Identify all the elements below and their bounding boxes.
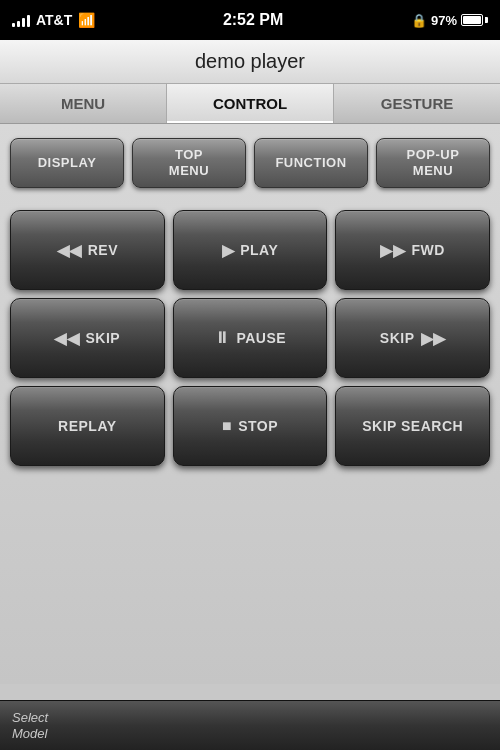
grid-row-2: ◀◀ SKIP ⏸ PAUSE SKIP ▶▶ (10, 298, 490, 378)
status-bar: AT&T 📶 2:52 PM 🔒 97% (0, 0, 500, 40)
skip-back-icon: ◀◀ (54, 329, 79, 348)
play-button[interactable]: ▶ PLAY (173, 210, 328, 290)
app-title: demo player (195, 50, 305, 73)
fwd-button[interactable]: ▶▶ FWD (335, 210, 490, 290)
tab-bar: MENU CONTROL GESTURE (0, 84, 500, 124)
replay-label: REPLAY (58, 418, 117, 434)
carrier-label: AT&T (36, 12, 72, 28)
skip-search-button[interactable]: SKIP SEARCH (335, 386, 490, 466)
main-content: DISPLAY TOPMENU FUNCTION POP-UPMENU ◀◀ R… (0, 124, 500, 684)
wifi-icon: 📶 (78, 12, 95, 28)
pause-icon: ⏸ (214, 329, 231, 347)
tab-control[interactable]: CONTROL (167, 84, 334, 123)
top-buttons-row: DISPLAY TOPMENU FUNCTION POP-UPMENU (10, 138, 490, 188)
stop-icon: ■ (222, 417, 232, 435)
tab-menu[interactable]: MENU (0, 84, 167, 123)
stop-button[interactable]: ■ STOP (173, 386, 328, 466)
skip-fwd-button[interactable]: SKIP ▶▶ (335, 298, 490, 378)
fwd-icon: ▶▶ (380, 241, 405, 260)
rev-label: REV (88, 242, 118, 258)
status-right: 🔒 97% (411, 13, 488, 28)
skip-back-label: SKIP (85, 330, 120, 346)
clock: 2:52 PM (223, 11, 283, 29)
play-icon: ▶ (222, 241, 235, 260)
display-button[interactable]: DISPLAY (10, 138, 124, 188)
skip-fwd-icon: ▶▶ (421, 329, 446, 348)
stop-label: STOP (238, 418, 278, 434)
grid-row-3: REPLAY ■ STOP SKIP SEARCH (10, 386, 490, 466)
control-grid: ◀◀ REV ▶ PLAY ▶▶ FWD ◀◀ SKIP ⏸ PAUSE (10, 210, 490, 466)
battery-indicator (461, 14, 488, 26)
skip-back-button[interactable]: ◀◀ SKIP (10, 298, 165, 378)
skip-search-label: SKIP SEARCH (362, 418, 463, 434)
function-button[interactable]: FUNCTION (254, 138, 368, 188)
status-left: AT&T 📶 (12, 12, 95, 28)
signal-bars (12, 13, 30, 27)
lock-icon: 🔒 (411, 13, 427, 28)
rev-icon: ◀◀ (57, 241, 82, 260)
rev-button[interactable]: ◀◀ REV (10, 210, 165, 290)
pause-label: PAUSE (236, 330, 286, 346)
fwd-label: FWD (411, 242, 444, 258)
play-label: PLAY (240, 242, 278, 258)
bottom-bar: SelectModel (0, 700, 500, 750)
top-menu-button[interactable]: TOPMENU (132, 138, 246, 188)
pause-button[interactable]: ⏸ PAUSE (173, 298, 328, 378)
title-bar: demo player (0, 40, 500, 84)
grid-row-1: ◀◀ REV ▶ PLAY ▶▶ FWD (10, 210, 490, 290)
battery-percent: 97% (431, 13, 457, 28)
skip-fwd-label: SKIP (380, 330, 415, 346)
select-model-label: SelectModel (12, 710, 48, 741)
tab-gesture[interactable]: GESTURE (334, 84, 500, 123)
popup-menu-button[interactable]: POP-UPMENU (376, 138, 490, 188)
replay-button[interactable]: REPLAY (10, 386, 165, 466)
